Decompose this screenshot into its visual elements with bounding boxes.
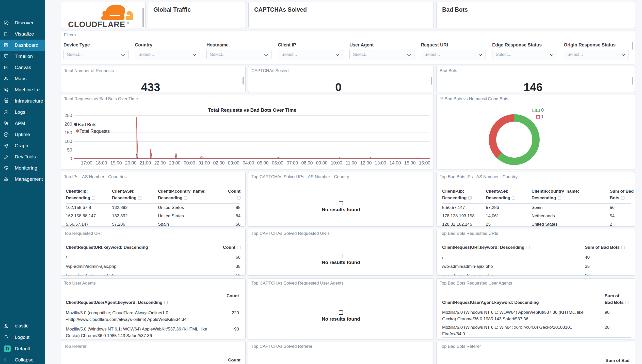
- svg-text:02:00: 02:00: [213, 160, 224, 166]
- svg-text:Total Requests: Total Requests: [79, 129, 110, 134]
- svg-text:15:00: 15:00: [404, 160, 415, 166]
- svg-text:06:00: 06:00: [272, 160, 283, 166]
- svg-text:04:00: 04:00: [243, 160, 254, 166]
- svg-text:250: 250: [65, 113, 72, 118]
- svg-text:0: 0: [541, 108, 544, 113]
- svg-text:19:00: 19:00: [110, 160, 122, 166]
- svg-text:14:00: 14:00: [389, 160, 401, 166]
- svg-text:03:00: 03:00: [228, 160, 239, 166]
- svg-text:Total Requests vs Bad Bots Ove: Total Requests vs Bad Bots Over Time: [208, 107, 296, 113]
- svg-text:16:00: 16:00: [419, 160, 430, 166]
- svg-text:23:00: 23:00: [169, 160, 180, 166]
- svg-text:00:00: 00:00: [184, 160, 195, 166]
- svg-text:50: 50: [67, 147, 72, 153]
- svg-text:100: 100: [65, 139, 72, 144]
- svg-text:08:00: 08:00: [301, 160, 313, 166]
- svg-text:0: 0: [70, 156, 72, 161]
- svg-text:18:00: 18:00: [95, 160, 107, 166]
- svg-text:05:00: 05:00: [257, 160, 268, 166]
- svg-text:1: 1: [541, 114, 544, 119]
- svg-text:13:00: 13:00: [375, 160, 386, 166]
- svg-text:200: 200: [65, 122, 72, 127]
- svg-text:20:00: 20:00: [125, 160, 136, 166]
- svg-text:12:00: 12:00: [360, 160, 372, 166]
- svg-text:21:00: 21:00: [139, 160, 151, 166]
- svg-text:22:00: 22:00: [154, 160, 166, 166]
- svg-text:09:00: 09:00: [316, 160, 327, 166]
- svg-text:150: 150: [65, 130, 72, 135]
- svg-text:Bad Bots: Bad Bots: [78, 122, 96, 127]
- svg-text:01:00: 01:00: [198, 160, 210, 166]
- svg-text:07:00: 07:00: [286, 160, 298, 166]
- svg-text:11:00: 11:00: [346, 160, 357, 166]
- svg-text:17:00: 17:00: [81, 160, 92, 166]
- svg-text:10:00: 10:00: [331, 160, 342, 166]
